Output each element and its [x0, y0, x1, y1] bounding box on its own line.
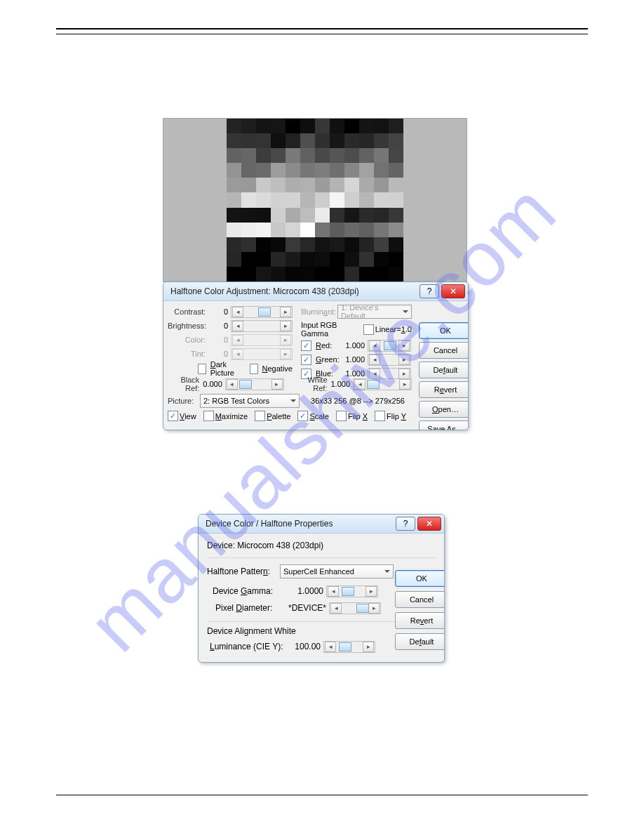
- white-ref-label: White Ref:: [295, 376, 327, 392]
- black-ref-label: Black Ref:: [168, 376, 199, 392]
- ok-button[interactable]: OK: [419, 322, 469, 339]
- red-label: Red:: [316, 341, 338, 350]
- right-arrow-icon[interactable]: ▸: [280, 321, 291, 331]
- left-arrow-icon[interactable]: ◂: [325, 642, 336, 652]
- titlebar[interactable]: Device Color / Halftone Properties ? ✕: [199, 515, 444, 534]
- titlebar[interactable]: Halftone Color Adjustment: Microcom 438 …: [163, 282, 468, 301]
- maximize-checkbox[interactable]: [203, 411, 214, 421]
- view-checkbox[interactable]: ✓: [168, 411, 178, 421]
- red-value: 1.000: [341, 341, 365, 350]
- pixel-diameter-slider[interactable]: ◂▸: [329, 602, 381, 614]
- view-label: View: [180, 412, 196, 421]
- brightness-value: 0: [208, 322, 228, 330]
- tint-value: 0: [208, 350, 228, 358]
- linear10-label: Linear=1.0: [375, 325, 412, 333]
- right-arrow-icon[interactable]: ▸: [280, 307, 291, 317]
- device-value: Microcom 438 (203dpi): [237, 541, 323, 550]
- luminance-label: Luminance (CIE Y):: [207, 642, 286, 651]
- tint-slider: ◂ ▸: [231, 348, 293, 360]
- right-arrow-icon[interactable]: ▸: [271, 379, 283, 390]
- contrast-label: Contrast:: [168, 307, 206, 316]
- contrast-slider[interactable]: ◂ ▸: [231, 306, 293, 318]
- help-button[interactable]: ?: [396, 517, 415, 531]
- close-icon: ✕: [450, 287, 457, 296]
- left-arrow-icon[interactable]: ◂: [369, 355, 380, 365]
- page-bottom-rule: [56, 795, 588, 795]
- flipx-checkbox[interactable]: [336, 411, 347, 421]
- device-gamma-value: 1.0000: [286, 586, 323, 596]
- color-value: 0: [208, 336, 228, 344]
- palette-label: Palette: [267, 412, 290, 421]
- scale-checkbox[interactable]: ✓: [297, 411, 308, 421]
- default-button[interactable]: Default: [419, 362, 469, 378]
- cancel-button[interactable]: Cancel: [395, 591, 445, 608]
- cancel-button[interactable]: Cancel: [419, 342, 469, 359]
- halftone-pattern-select[interactable]: SuperCell Enhanced: [280, 564, 394, 578]
- red-checkbox[interactable]: ✓: [301, 340, 311, 351]
- color-label: Color:: [168, 336, 206, 344]
- left-arrow-icon[interactable]: ◂: [330, 603, 342, 614]
- left-arrow-icon[interactable]: ◂: [232, 321, 243, 331]
- help-button[interactable]: ?: [420, 284, 439, 298]
- picture-select[interactable]: 2: RGB Test Colors: [200, 394, 300, 408]
- left-arrow-icon[interactable]: ◂: [227, 379, 238, 390]
- default-button[interactable]: Default: [395, 633, 445, 650]
- left-arrow-icon: ◂: [232, 335, 243, 345]
- right-arrow-icon[interactable]: ▸: [399, 379, 410, 390]
- document-page: manualshive.com Halftone Color Adjustmen…: [0, 0, 644, 834]
- preview-image: [227, 119, 403, 282]
- illuminant-label: Illuminant:: [301, 307, 335, 316]
- flipy-checkbox[interactable]: [375, 411, 385, 421]
- dark-picture-checkbox[interactable]: [198, 364, 206, 374]
- brightness-slider[interactable]: ◂ ▸: [231, 320, 293, 332]
- negative-checkbox[interactable]: [250, 364, 257, 374]
- brightness-label: Brightness:: [168, 322, 206, 330]
- revert-button[interactable]: Revert: [419, 381, 469, 398]
- device-gamma-label: Device Gamma:: [207, 586, 283, 596]
- green-checkbox[interactable]: ✓: [301, 355, 311, 365]
- page-top-rule: [56, 28, 588, 34]
- flipy-label: Flip Y: [387, 412, 406, 421]
- left-arrow-icon[interactable]: ◂: [232, 307, 243, 317]
- green-value: 1.000: [341, 355, 365, 364]
- right-arrow-icon[interactable]: ▸: [398, 355, 410, 365]
- left-arrow-icon[interactable]: ◂: [328, 586, 339, 597]
- right-arrow-icon[interactable]: ▸: [363, 642, 374, 652]
- right-arrow-icon: ▸: [280, 335, 291, 345]
- tint-label: Tint:: [168, 350, 206, 358]
- device-color-halftone-properties-dialog: Device Color / Halftone Properties ? ✕ D…: [198, 514, 445, 663]
- pixel-diameter-label: Pixel Diameter:: [207, 603, 286, 613]
- right-arrow-icon[interactable]: ▸: [368, 603, 380, 614]
- close-icon: ✕: [426, 519, 433, 528]
- right-arrow-icon[interactable]: ▸: [398, 340, 410, 351]
- palette-checkbox[interactable]: [255, 411, 265, 421]
- right-arrow-icon: ▸: [280, 349, 291, 359]
- black-ref-value: 0.000: [202, 380, 222, 388]
- device-gamma-slider[interactable]: ◂▸: [326, 585, 378, 597]
- open-button[interactable]: Open…: [419, 401, 469, 418]
- black-ref-slider[interactable]: ◂▸: [225, 378, 284, 390]
- linear10-checkbox[interactable]: [363, 324, 373, 335]
- ok-button[interactable]: OK: [395, 570, 445, 587]
- close-button[interactable]: ✕: [417, 517, 441, 531]
- contrast-value: 0: [208, 307, 228, 316]
- color-slider: ◂ ▸: [231, 334, 293, 346]
- save-as-button[interactable]: Save As…: [419, 421, 469, 430]
- halftone-pattern-label: Halftone Pattern:: [207, 567, 277, 576]
- white-ref-value: 1.000: [330, 380, 351, 388]
- red-slider[interactable]: ◂▸: [368, 340, 411, 352]
- revert-button[interactable]: Revert: [395, 612, 445, 629]
- white-ref-slider[interactable]: ◂▸: [353, 378, 412, 390]
- status-text: 36x33 256 @8 --> 279x256: [304, 397, 412, 405]
- negative-label: Negative: [262, 364, 293, 373]
- right-arrow-icon[interactable]: ▸: [365, 586, 377, 597]
- preview-pane: [163, 118, 467, 282]
- luminance-slider[interactable]: ◂▸: [323, 641, 375, 653]
- left-arrow-icon[interactable]: ◂: [369, 340, 380, 351]
- dark-picture-label: Dark Picture: [210, 360, 241, 377]
- halftone-color-adjustment-dialog: Halftone Color Adjustment: Microcom 438 …: [163, 282, 469, 430]
- input-rgb-gamma-label: Input RGB Gamma: [301, 321, 363, 338]
- close-button[interactable]: ✕: [441, 284, 465, 298]
- left-arrow-icon[interactable]: ◂: [354, 379, 365, 390]
- green-slider[interactable]: ◂▸: [368, 354, 411, 366]
